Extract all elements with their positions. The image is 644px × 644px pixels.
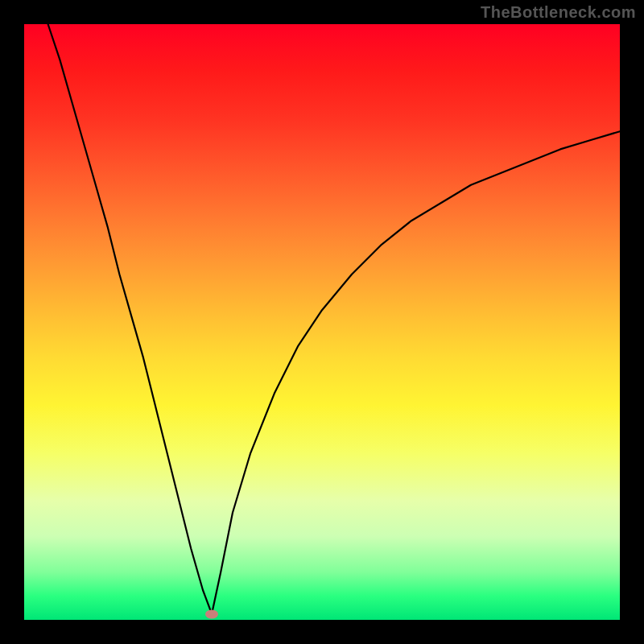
watermark-text: TheBottleneck.com [481, 3, 636, 22]
chart-frame: TheBottleneck.com [0, 0, 644, 644]
curve-svg [24, 24, 620, 620]
minimum-marker [205, 609, 218, 618]
curve-left-branch [48, 24, 213, 614]
plot-area [24, 24, 620, 620]
curve-right-branch [212, 131, 620, 613]
